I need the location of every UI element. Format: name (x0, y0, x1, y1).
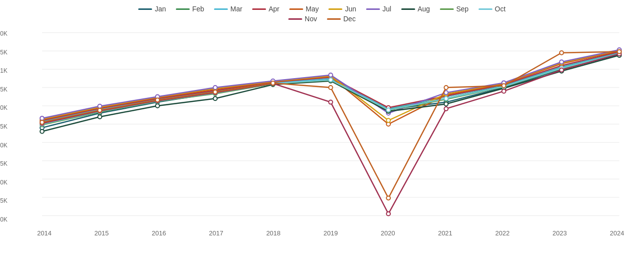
line-jan (42, 54, 619, 128)
dot-nov-5 (329, 100, 333, 104)
legend-item-jul: Jul (366, 5, 391, 13)
legend-item-jun: Jun (328, 5, 356, 13)
x-axis-label: 2015 (95, 229, 109, 237)
dot-aug-7 (444, 102, 448, 106)
dot-jul-9 (560, 60, 564, 64)
dot-dec-2 (156, 98, 160, 102)
legend-item-sep: Sep (440, 5, 469, 13)
legend-item-feb: Feb (176, 5, 204, 13)
y-axis-label: 0.85K (0, 123, 7, 130)
y-axis-label: 0.90K (0, 104, 7, 111)
legend-item-dec: Dec (327, 15, 356, 23)
x-axis-label: 2024 (610, 229, 624, 237)
dot-dec-6 (386, 196, 390, 200)
y-axis-label: 0.75K (0, 160, 7, 167)
x-axis-label: 2017 (209, 229, 223, 237)
dot-nov-7 (444, 107, 448, 111)
dot-dec-8 (502, 84, 506, 88)
dot-dec-0 (40, 120, 44, 124)
x-axis-labels: 2014201520162017201820192020202120222023… (37, 229, 624, 237)
dot-aug-3 (214, 96, 217, 100)
y-axis-labels: 1.10K1.05K1K0.95K0.90K0.85K0.80K0.75K0.7… (0, 28, 7, 225)
chart-container: JanFebMarAprMayJunJulAugSepOctNovDec 1.1… (0, 0, 644, 270)
dot-oct-7 (444, 96, 448, 100)
x-axis-label: 2021 (438, 229, 452, 237)
x-axis-label: 2023 (552, 229, 567, 237)
y-axis-label: 0.70K (0, 179, 7, 186)
legend-item-aug: Aug (401, 5, 430, 13)
y-axis-label: 0.95K (0, 86, 7, 93)
line-aug (42, 55, 619, 132)
dot-dec-1 (98, 108, 102, 112)
x-axis-label: 2018 (266, 229, 280, 237)
legend-item-nov: Nov (288, 15, 317, 23)
y-axis-label: 0.60K (0, 216, 7, 223)
x-axis-label: 2016 (152, 229, 166, 237)
legend-item-jan: Jan (138, 5, 166, 13)
dot-oct-5 (329, 78, 333, 82)
legend-item-apr: Apr (252, 5, 279, 13)
dot-dec-7 (444, 86, 448, 90)
dot-jul-3 (214, 86, 217, 90)
dot-nov-8 (502, 89, 506, 93)
x-axis-label: 2022 (495, 229, 510, 237)
x-axis-label: 2019 (323, 229, 338, 237)
y-axis-label: 1.05K (0, 49, 7, 56)
dot-jul-1 (98, 104, 102, 108)
y-axis-label: 0.65K (0, 197, 7, 204)
dot-dec-3 (214, 90, 217, 94)
x-axis-label: 2020 (381, 229, 395, 237)
chart-plot-area (37, 28, 624, 225)
dot-jun-6 (386, 119, 390, 123)
dot-aug-0 (40, 130, 44, 134)
dot-dec-9 (560, 51, 564, 55)
legend-item-mar: Mar (214, 5, 242, 13)
dot-oct-6 (386, 108, 390, 112)
y-axis-label: 0.80K (0, 142, 7, 149)
y-axis-label: 1.10K (0, 30, 7, 37)
dot-aug-2 (156, 104, 160, 108)
dot-dec-4 (271, 81, 275, 85)
dot-dec-5 (329, 86, 333, 90)
legend-item-may: May (289, 5, 319, 13)
dot-jul-5 (329, 73, 333, 77)
legend-item-oct: Oct (479, 5, 506, 13)
dot-nov-6 (386, 212, 390, 216)
dot-dec-10 (617, 49, 621, 53)
chart-legend: JanFebMarAprMayJunJulAugSepOctNovDec (10, 5, 634, 23)
y-axis-label: 1K (0, 67, 7, 74)
x-axis-label: 2014 (37, 229, 52, 237)
dot-jul-0 (40, 116, 44, 120)
dot-aug-1 (98, 115, 102, 119)
dot-nov-9 (560, 68, 564, 72)
